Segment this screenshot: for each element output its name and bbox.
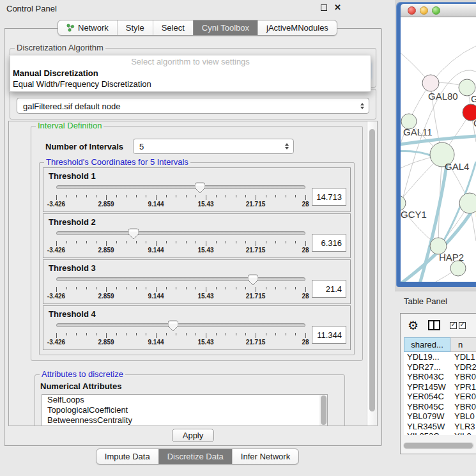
number-of-intervals-label: Number of Intervals	[45, 142, 123, 151]
algorithm-option-manual[interactable]: Manual Discretization	[10, 68, 371, 79]
settings-scrollbar[interactable]	[367, 121, 377, 426]
gear-icon[interactable]: ⚙	[408, 319, 418, 332]
table-panel-title: Table Panel	[404, 296, 447, 306]
threshold-slider[interactable]: -3.4262.8599.14415.4321.71528	[56, 227, 305, 256]
threshold-value-field[interactable]: 21.4	[312, 280, 346, 298]
network-node-gal80[interactable]	[422, 75, 439, 91]
column-header-name[interactable]: n	[450, 337, 476, 352]
slider-tick-label: -3.426	[47, 293, 65, 300]
table-row[interactable]: YER054CYER0	[404, 392, 476, 402]
apply-button[interactable]: Apply	[172, 429, 214, 442]
threshold-label: Threshold 1	[49, 171, 346, 181]
table-row[interactable]: YBL079WYBL0	[404, 411, 476, 422]
cell-shared-name: YDR27...	[404, 362, 450, 372]
thresholds-group: Threshold's Coordinates for 5 Intervals …	[39, 162, 355, 355]
slider-tick-label: 15.43	[197, 293, 213, 300]
table-toolbar: ⚙	[401, 314, 476, 337]
select-columns-icon[interactable]	[450, 322, 466, 329]
table-data-combobox[interactable]: galFiltered.sif default node	[17, 98, 369, 114]
threshold-panel-1: Threshold 1-3.4262.8599.14415.4321.71528…	[43, 167, 351, 212]
algorithm-option-equal-width[interactable]: Equal Width/Frequency Discretization	[10, 79, 371, 89]
network-node-label: C	[473, 118, 476, 128]
cell-shared-name: YPR145W	[404, 382, 450, 392]
threshold-label: Threshold 3	[49, 263, 346, 273]
numerical-attributes-heading: Numerical Attributes	[40, 381, 344, 391]
table-row[interactable]: YBR043CYBR0	[404, 372, 476, 382]
tab-select[interactable]: Select	[153, 20, 193, 35]
cell-name: YIL0	[450, 431, 476, 435]
close-icon[interactable]: ✕	[334, 4, 341, 11]
threshold-slider[interactable]: -3.4262.8599.14415.4321.71528	[56, 319, 305, 348]
attributes-group: Attributes to discretize Numerical Attri…	[35, 374, 345, 426]
slider-tick-label: -3.426	[47, 201, 65, 208]
slider-tick-label: 21.715	[246, 339, 266, 346]
threshold-label: Threshold 4	[49, 309, 346, 319]
mac-close-button[interactable]	[408, 6, 416, 15]
tab-jactivemnodules[interactable]: jActiveMNodules	[257, 20, 337, 35]
slider-tick-label: 9.144	[148, 293, 164, 300]
network-node-label: GCY1	[401, 209, 427, 220]
tab-style[interactable]: Style	[117, 20, 153, 35]
tab-cyni-toolbox[interactable]: Cyni Toolbox	[193, 20, 257, 35]
table-horizontal-scrollbar[interactable]	[403, 442, 474, 449]
table-row[interactable]: YDL19...YDL1	[404, 352, 476, 362]
table-row[interactable]: YPR145WYPR1	[404, 382, 476, 392]
threshold-slider[interactable]: -3.4262.8599.14415.4321.71528	[56, 273, 305, 302]
attributes-group-title: Attributes to discretize	[40, 369, 125, 379]
table-data-value: galFiltered.sif default node	[23, 101, 120, 111]
right-column: GAL80GCGAL11GAL4GCY1HHAP2 Table Panel ⚙ …	[395, 0, 476, 476]
checkbox-icon	[459, 322, 466, 329]
network-node-label: GAL11	[403, 127, 433, 137]
tab-network[interactable]: Network	[58, 20, 117, 35]
tab-infer-network[interactable]: Infer Network	[232, 449, 298, 464]
cell-shared-name: YER054C	[404, 392, 450, 402]
mac-zoom-button[interactable]	[432, 6, 440, 15]
network-canvas[interactable]: GAL80GCGAL11GAL4GCY1HHAP2	[401, 17, 476, 282]
attribute-list-item[interactable]: BetweennessCentrality	[42, 415, 327, 426]
slider-tick-label: 15.43	[197, 247, 213, 254]
tab-discretize-data[interactable]: Discretize Data	[158, 449, 232, 464]
columns-icon[interactable]	[428, 320, 440, 330]
threshold-panel-2: Threshold 2-3.4262.8599.14415.4321.71528…	[43, 213, 351, 258]
network-window-titlebar[interactable]	[401, 4, 476, 17]
mac-minimize-button[interactable]	[420, 6, 428, 15]
threshold-slider[interactable]: -3.4262.8599.14415.4321.71528	[56, 181, 305, 210]
threshold-panel-3: Threshold 3-3.4262.8599.14415.4321.71528…	[43, 259, 351, 304]
table-row[interactable]: YIL053CYIL0	[404, 431, 476, 435]
threshold-value-field[interactable]: 11.344	[312, 326, 346, 344]
interval-definition-group: Interval Definition Number of Intervals …	[31, 126, 363, 361]
slider-tick-label: 28	[302, 201, 309, 208]
control-panel-titlebar: Control Panel ✕	[0, 0, 395, 17]
threshold-value-field[interactable]: 14.713	[312, 188, 346, 206]
bottom-tab-bar: Impute Data Discretize Data Infer Networ…	[0, 449, 395, 464]
slider-tick-label: 2.859	[98, 247, 114, 254]
cell-shared-name: YLR345W	[404, 422, 450, 432]
slider-thumb-icon[interactable]	[168, 320, 178, 332]
slider-thumb-icon[interactable]	[248, 274, 258, 286]
cell-name: YDR2	[450, 362, 476, 372]
number-of-intervals-value: 5	[139, 142, 144, 151]
thresholds-group-title: Threshold's Coordinates for 5 Intervals	[44, 157, 190, 167]
list-scrollbar[interactable]	[319, 395, 327, 426]
threshold-label: Threshold 2	[49, 217, 346, 227]
network-node-h[interactable]	[459, 193, 476, 213]
threshold-value-field[interactable]: 6.316	[312, 234, 346, 252]
attribute-list-item[interactable]: SelfLoops	[42, 395, 327, 405]
network-node[interactable]	[450, 261, 466, 276]
algorithm-prompt: Select algorithm to view settings	[10, 57, 371, 68]
number-of-intervals-combobox[interactable]: 5	[133, 139, 294, 154]
tab-impute-data[interactable]: Impute Data	[96, 449, 158, 464]
table-row[interactable]: YDR27...YDR2	[404, 362, 476, 372]
float-window-icon[interactable]	[321, 4, 327, 11]
slider-thumb-icon[interactable]	[128, 228, 139, 240]
numerical-attributes-list[interactable]: SelfLoopsTopologicalCoefficientBetweenne…	[42, 394, 328, 426]
table-row[interactable]: YLR345WYLR3	[404, 422, 476, 432]
column-header-shared-name[interactable]: shared...	[404, 337, 450, 352]
slider-tick-label: 21.715	[246, 201, 266, 208]
cell-name: YDL1	[450, 352, 476, 362]
cell-shared-name: YBR043C	[404, 372, 450, 382]
attribute-list-item[interactable]: TopologicalCoefficient	[42, 405, 327, 415]
network-node-label: GAL80	[428, 91, 458, 102]
slider-thumb-icon[interactable]	[195, 182, 205, 194]
table-row[interactable]: YBR045CYBR0	[404, 402, 476, 412]
